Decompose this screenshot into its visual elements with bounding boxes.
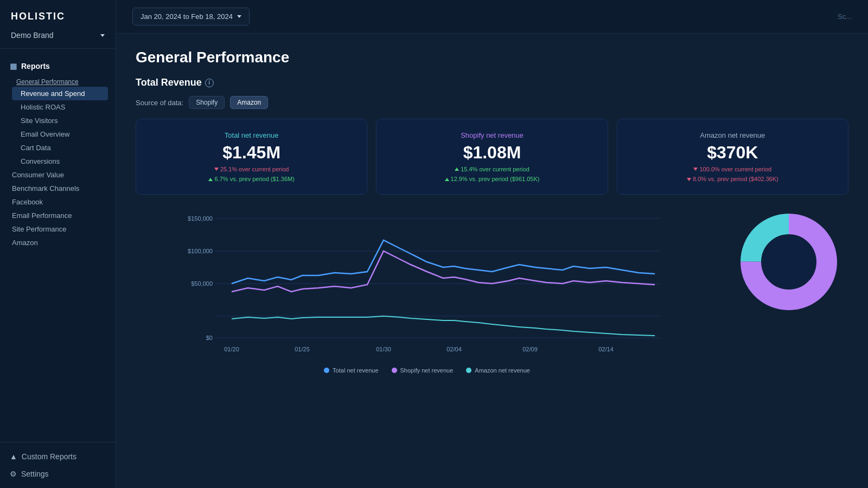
date-range-picker[interactable]: Jan 20, 2024 to Feb 18, 2024	[132, 8, 250, 25]
settings-nav-item[interactable]: ⚙ Settings	[8, 465, 108, 483]
kpi-shopify-value: $1.08M	[463, 143, 521, 163]
info-icon[interactable]: i	[205, 79, 214, 87]
sidebar-item-facebook[interactable]: Facebook	[8, 195, 108, 209]
page-title: General Performance	[136, 49, 848, 66]
kpi-shopify-badge-text: 15.4% over current period	[461, 166, 529, 172]
custom-reports-nav-item[interactable]: ▲ Custom Reports	[8, 448, 108, 465]
tri-up-icon-2	[455, 168, 459, 171]
tri-down-icon-2	[693, 168, 698, 171]
section-title-total-revenue: Total Revenue i	[136, 77, 848, 88]
legend-dot-shopify	[392, 368, 397, 373]
sidebar-item-benchmark-channels[interactable]: Benchmark Channels	[8, 182, 108, 195]
kpi-cards-row: Total net revenue $1.45M 25.1% over curr…	[136, 119, 848, 195]
bar-chart-icon: ▦	[10, 62, 17, 70]
kpi-card-amazon: Amazon net revenue $370K 100.0% over cur…	[617, 119, 848, 195]
reports-nav-title[interactable]: ▦ Reports	[8, 59, 108, 74]
kpi-shopify-label: Shopify net revenue	[461, 131, 524, 139]
sidebar-item-amazon[interactable]: Amazon	[8, 236, 108, 249]
svg-text:02/04: 02/04	[446, 346, 462, 352]
legend-amazon-label: Amazon net revenue	[475, 367, 530, 374]
svg-text:02/14: 02/14	[598, 346, 614, 352]
nav-group-general-performance[interactable]: General Performance	[12, 75, 108, 87]
source-bar: Source of data: Shopify Amazon	[136, 96, 848, 109]
svg-text:01/20: 01/20	[224, 346, 239, 352]
sidebar-item-email-overview[interactable]: Email Overview	[12, 127, 108, 141]
svg-text:01/25: 01/25	[295, 346, 310, 352]
kpi-total-label: Total net revenue	[225, 131, 279, 139]
sidebar-item-consumer-value[interactable]: Consumer Value	[8, 168, 108, 182]
svg-text:$0: $0	[206, 335, 213, 341]
sidebar-header: HOLISTIC Demo Brand	[0, 0, 116, 49]
source-shopify-btn[interactable]: Shopify	[189, 96, 225, 109]
brand-selector[interactable]: Demo Brand	[11, 31, 105, 40]
kpi-shopify-secondary: 12.9% vs. prev period ($961.05K)	[445, 176, 540, 182]
sidebar-item-site-performance[interactable]: Site Performance	[8, 222, 108, 236]
kpi-total-badge: 25.1% over current period	[214, 166, 289, 172]
kpi-amazon-value: $370K	[707, 143, 758, 163]
chevron-down-icon	[100, 34, 105, 37]
sidebar-item-cart-data[interactable]: Cart Data	[12, 141, 108, 155]
kpi-total-value: $1.45M	[222, 143, 280, 163]
top-bar: Jan 20, 2024 to Feb 18, 2024 Sc...	[116, 0, 868, 34]
tri-down-icon-3	[687, 178, 691, 181]
brand-name: Demo Brand	[11, 31, 54, 40]
nav-reports-section: ▦ Reports General Performance Revenue an…	[0, 53, 116, 252]
kpi-shopify-badge: 15.4% over current period	[455, 166, 529, 172]
svg-text:01/30: 01/30	[376, 346, 391, 352]
chart-area: $150,000 $100,000 $50,000 $0 01/20 01/25…	[136, 208, 848, 374]
kpi-amazon-badge-text: 100.0% over current period	[699, 166, 771, 172]
gear-icon: ⚙	[10, 470, 17, 478]
svg-text:02/09: 02/09	[522, 346, 538, 352]
kpi-amazon-badge: 100.0% over current period	[693, 166, 771, 172]
custom-reports-label: Custom Reports	[22, 452, 76, 461]
legend-shopify-label: Shopify net revenue	[400, 367, 454, 374]
search-placeholder-text: Sc...	[838, 12, 852, 21]
tri-up-icon-3	[445, 178, 449, 181]
kpi-total-secondary: 6.7% vs. prev period ($1.36M)	[208, 176, 294, 182]
chart-legend: Total net revenue Shopify net revenue Am…	[136, 367, 718, 374]
sidebar-nav: ▦ Reports General Performance Revenue an…	[0, 49, 116, 442]
date-range-value: Jan 20, 2024 to Feb 18, 2024	[141, 12, 233, 21]
source-label: Source of data:	[136, 99, 183, 107]
sidebar-bottom: ▲ Custom Reports ⚙ Settings	[0, 442, 116, 488]
source-amazon-btn[interactable]: Amazon	[230, 96, 268, 109]
svg-text:$100,000: $100,000	[188, 248, 213, 254]
kpi-card-total: Total net revenue $1.45M 25.1% over curr…	[136, 119, 367, 195]
date-chevron-icon	[237, 15, 241, 18]
settings-label: Settings	[21, 470, 49, 478]
donut-chart-svg	[735, 208, 843, 316]
main-content: Jan 20, 2024 to Feb 18, 2024 Sc... Gener…	[116, 0, 868, 488]
sidebar-item-site-visitors[interactable]: Site Visitors	[12, 114, 108, 127]
nav-sub-general: General Performance Revenue and Spend Ho…	[8, 75, 108, 168]
legend-total-label: Total net revenue	[333, 367, 378, 374]
section-title-text: Total Revenue	[136, 77, 202, 88]
content-area: General Performance Total Revenue i Sour…	[116, 34, 868, 488]
kpi-amazon-secondary: 8.0% vs. prev period ($402.36K)	[687, 176, 778, 182]
reports-label: Reports	[21, 62, 50, 70]
sidebar-item-conversions[interactable]: Conversions	[12, 155, 108, 168]
sidebar: HOLISTIC Demo Brand ▦ Reports General Pe…	[0, 0, 116, 488]
mountain-chart-icon: ▲	[10, 452, 17, 461]
kpi-total-badge-text: 25.1% over current period	[220, 166, 289, 172]
svg-text:$150,000: $150,000	[188, 215, 213, 222]
svg-text:$50,000: $50,000	[191, 280, 213, 287]
sidebar-item-holistic-roas[interactable]: Holistic ROAS	[12, 100, 108, 114]
sidebar-item-email-performance[interactable]: Email Performance	[8, 209, 108, 222]
app-logo: HOLISTIC	[11, 11, 105, 22]
kpi-card-shopify: Shopify net revenue $1.08M 15.4% over cu…	[376, 119, 608, 195]
tri-down-icon	[214, 168, 219, 171]
sidebar-item-revenue-spend[interactable]: Revenue and Spend	[12, 87, 108, 100]
line-chart-container: $150,000 $100,000 $50,000 $0 01/20 01/25…	[136, 208, 718, 374]
legend-total: Total net revenue	[324, 367, 378, 374]
legend-shopify: Shopify net revenue	[392, 367, 454, 374]
svg-point-18	[762, 235, 816, 289]
line-chart-svg: $150,000 $100,000 $50,000 $0 01/20 01/25…	[136, 208, 718, 359]
legend-dot-total	[324, 368, 329, 373]
kpi-amazon-label: Amazon net revenue	[700, 131, 765, 139]
tri-up-icon	[208, 178, 213, 181]
legend-amazon: Amazon net revenue	[466, 367, 530, 374]
donut-chart-container	[729, 208, 848, 316]
legend-dot-amazon	[466, 368, 471, 373]
